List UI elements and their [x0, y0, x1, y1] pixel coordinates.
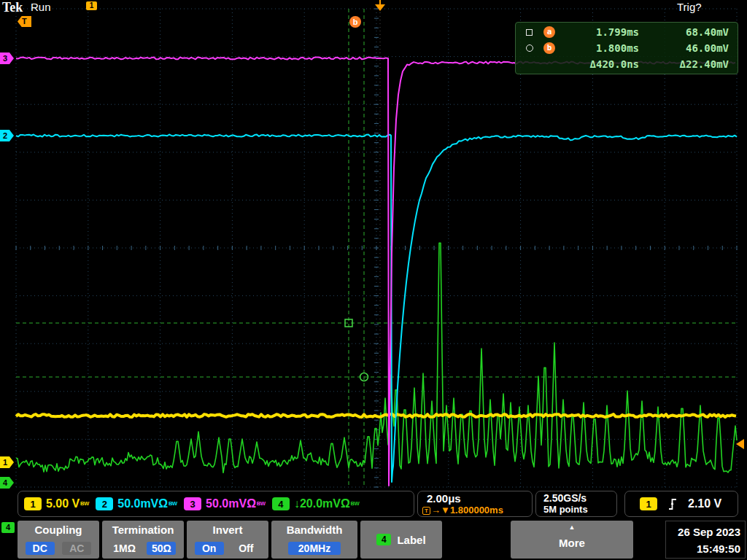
label-button[interactable]: 4 Label [360, 521, 442, 559]
time: 15:49:50 [666, 540, 740, 557]
cursor-a-label: a [543, 26, 555, 38]
acquisition-readout[interactable]: 2.50GS/s 5M points [535, 491, 617, 517]
cursor-b-circle-icon [526, 44, 533, 52]
impedance-indicator: Ω [341, 497, 350, 510]
bandwidth-limit-icon: ᴮᵂ [80, 500, 89, 509]
channel2-badge[interactable]: 2 [96, 497, 113, 510]
delay-arrow-icon: →▼ [431, 505, 450, 516]
channel2-scale: 50.0mV [117, 497, 158, 510]
bandwidth-limit-icon: ᴮᵂ [351, 500, 360, 509]
rising-edge-icon [667, 497, 678, 511]
channel3-scale: 50.0mV [206, 497, 247, 510]
cursor-a-value: 68.40mV [639, 26, 729, 38]
menu-channel-badge: 4 [1, 522, 15, 533]
oscilloscope-screen: Tek Run Trig? T 1 b 3 2 1 4 a 1.799ms 68… [0, 0, 747, 560]
date: 26 Sep 2023 [666, 524, 740, 540]
channel3-readout[interactable]: 3 50.0mVΩᴮᵂ [184, 497, 266, 510]
termination-1mohm-option[interactable]: 1MΩ [110, 542, 139, 555]
channel4-readout[interactable]: 4 ↓20.0mVΩᴮᵂ [272, 497, 360, 510]
cursor-b-time: 1.800ms [562, 42, 639, 54]
termination-button[interactable]: Termination 1MΩ 50Ω [102, 521, 184, 559]
cursor-delta-value: Δ22.40mV [639, 58, 729, 70]
trigger-position-icon[interactable] [375, 4, 385, 11]
invert-on-option[interactable]: On [195, 542, 224, 555]
cursor-b-label: b [543, 42, 555, 54]
termination-label: Termination [102, 524, 184, 536]
channel1-badge[interactable]: 1 [24, 497, 42, 510]
cursor-delta-time: Δ420.0ns [562, 58, 639, 70]
cursor-b-value: 46.00mV [639, 42, 729, 54]
coupling-ac-option[interactable]: AC [62, 542, 91, 555]
cursor-a-time: 1.799ms [562, 26, 639, 38]
trigger-t-icon: T [422, 507, 430, 515]
channel1-scale: 5.00 V [46, 497, 80, 510]
impedance-indicator: Ω [247, 497, 256, 510]
channel3-badge[interactable]: 3 [184, 497, 201, 510]
more-button[interactable]: ▲ More [511, 521, 633, 559]
horizontal-readout[interactable]: 2.00μs T→▼1.800000ms [417, 491, 533, 517]
horizontal-delay: T→▼1.800000ms [422, 505, 503, 516]
cursor-b-badge[interactable]: b [349, 16, 361, 28]
channel4-badge[interactable]: 4 [272, 497, 290, 510]
trigger-level: 2.10 V [688, 497, 721, 510]
invert-button[interactable]: Invert On Off [187, 521, 268, 559]
trigger-source-badge: 1 [640, 497, 657, 510]
label-button-text: Label [397, 534, 425, 546]
bandwidth-limit-icon: ᴮᵂ [257, 500, 266, 509]
reference-marker-1[interactable]: 1 [86, 1, 97, 10]
more-button-text: More [511, 537, 633, 549]
channel4-scale: 20.0mV [300, 497, 341, 510]
bandwidth-limit-icon: ᴮᵂ [169, 500, 177, 509]
bandwidth-label: Bandwidth [271, 524, 357, 536]
sample-rate: 2.50GS/s [543, 492, 587, 504]
impedance-indicator: Ω [158, 497, 168, 510]
trigger-readout[interactable]: 1 2.10 V [624, 491, 738, 517]
invert-label: Invert [187, 524, 268, 536]
label-channel-badge: 4 [376, 534, 391, 545]
acquisition-status: Run [31, 1, 51, 13]
bandwidth-button[interactable]: Bandwidth 20MHz [271, 521, 357, 559]
channel2-readout[interactable]: 2 50.0mVΩᴮᵂ [96, 497, 177, 510]
termination-50ohm-option[interactable]: 50Ω [147, 542, 176, 555]
channel-readouts: 1 5.00 Vᴮᵂ 2 50.0mVΩᴮᵂ 3 50.0mVΩᴮᵂ 4 ↓20… [18, 491, 414, 517]
cursor-readout: a 1.799ms 68.40mV b 1.800ms 46.00mV Δ420… [515, 22, 738, 74]
tek-logo: Tek [2, 0, 23, 15]
coupling-button[interactable]: Coupling DC AC [18, 521, 99, 559]
bandwidth-value-option[interactable]: 20MHz [288, 542, 341, 555]
more-up-arrow-icon: ▲ [511, 524, 633, 531]
horizontal-scale: 2.00μs [427, 492, 461, 505]
trigger-status: Trig? [677, 1, 702, 13]
coupling-label: Coupling [18, 524, 99, 536]
trigger-level-arrow-icon[interactable] [736, 439, 744, 449]
date-time-display: 26 Sep 2023 15:49:50 [665, 521, 746, 559]
invert-off-option[interactable]: Off [231, 542, 260, 555]
record-length: 5M points [543, 504, 588, 515]
delay-value: 1.800000ms [450, 505, 503, 516]
cursor-a-square-icon [526, 29, 533, 36]
coupling-dc-option[interactable]: DC [26, 542, 55, 555]
invert-indicator: ↓ [294, 497, 300, 510]
channel1-readout[interactable]: 1 5.00 Vᴮᵂ [24, 497, 89, 510]
